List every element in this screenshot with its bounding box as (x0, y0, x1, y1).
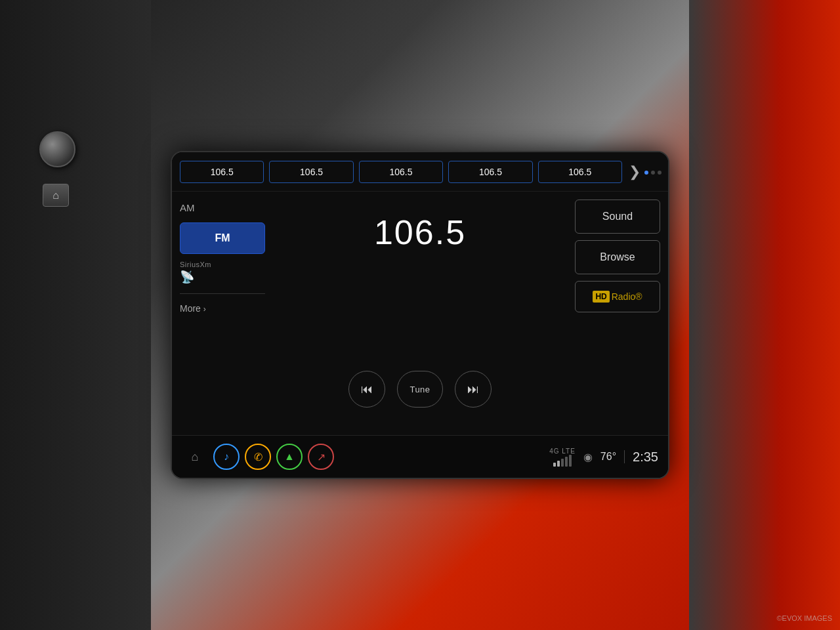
signal-bars (553, 455, 572, 467)
statusbar-music-button[interactable]: ♪ (213, 444, 240, 470)
main-content: AM FM SiriusXm 📡 More › 106.5 ⏮ (172, 192, 668, 435)
playback-controls: ⏮ Tune ⏭ (348, 371, 492, 408)
statusbar-nav-button[interactable]: ▲ (276, 444, 303, 470)
preset-3[interactable]: 106.5 (359, 161, 443, 183)
tune-button[interactable]: Tune (397, 371, 443, 408)
presets-bar: 106.5 106.5 106.5 106.5 106.5 ❯ (172, 152, 668, 192)
lte-indicator: 4G LTE (549, 448, 576, 467)
statusbar-apps-button[interactable]: ↗ (308, 444, 334, 470)
music-icon: ♪ (224, 451, 229, 463)
siriusxm-label[interactable]: SiriusXm (180, 261, 211, 268)
page-dot-1 (644, 171, 648, 175)
page-dot-3 (658, 171, 662, 175)
next-icon: ⏭ (467, 383, 479, 396)
fm-button[interactable]: FM (180, 222, 265, 254)
home-button[interactable]: ⌂ (43, 184, 69, 207)
nav-icon: ▲ (284, 451, 295, 463)
sound-button[interactable]: Sound (575, 200, 660, 234)
status-bar: ⌂ ♪ ✆ ▲ ↗ 4G LTE (172, 435, 668, 478)
frequency-display: 106.5 (374, 213, 466, 252)
page-indicator (644, 169, 663, 175)
source-divider (180, 293, 265, 294)
temperature-display: 76° (600, 451, 616, 463)
signal-bar-4 (565, 457, 568, 467)
statusbar-home-button[interactable]: ⌂ (182, 444, 208, 470)
lte-label: 4G LTE (549, 448, 576, 455)
prev-button[interactable]: ⏮ (348, 371, 385, 408)
hd-radio-button[interactable]: HD Radio® (575, 281, 660, 312)
preset-1[interactable]: 106.5 (180, 161, 264, 183)
am-label[interactable]: AM (180, 200, 265, 216)
status-right: 4G LTE ◉ 76° 2:35 (549, 448, 658, 467)
siriusxm-area: SiriusXm 📡 (180, 261, 265, 284)
preset-2[interactable]: 106.5 (269, 161, 353, 183)
signal-bar-2 (557, 461, 560, 467)
clock-display: 2:35 (633, 450, 658, 465)
hd-box-label: HD (593, 291, 609, 303)
watermark: ©EVOX IMAGES (776, 614, 832, 622)
status-divider (624, 450, 625, 463)
apps-icon: ↗ (317, 451, 326, 463)
more-chevron-icon: › (203, 304, 206, 314)
presets-next-arrow[interactable]: ❯ (625, 163, 644, 180)
statusbar-phone-button[interactable]: ✆ (245, 444, 271, 470)
statusbar-home-icon: ⌂ (192, 450, 199, 464)
siriusxm-signal-icon: 📡 (180, 270, 194, 284)
location-icon: ◉ (583, 451, 593, 463)
prev-icon: ⏮ (361, 383, 373, 396)
page-dot-2 (651, 171, 655, 175)
volume-knob[interactable] (39, 131, 75, 167)
browse-button[interactable]: Browse (575, 240, 660, 274)
signal-bar-5 (569, 455, 572, 467)
signal-bar-3 (561, 459, 564, 467)
signal-bar-1 (553, 463, 556, 467)
next-button[interactable]: ⏭ (455, 371, 492, 408)
source-panel: AM FM SiriusXm 📡 More › (180, 200, 265, 427)
preset-4[interactable]: 106.5 (448, 161, 532, 183)
more-button[interactable]: More › (180, 303, 265, 314)
preset-5[interactable]: 106.5 (538, 161, 622, 183)
infotainment-screen: 106.5 106.5 106.5 106.5 106.5 ❯ AM FM S (171, 151, 669, 479)
phone-icon: ✆ (254, 451, 262, 463)
center-panel: 106.5 ⏮ Tune ⏭ (273, 200, 567, 427)
right-buttons-panel: Sound Browse HD Radio® (575, 200, 660, 427)
hd-radio-text: Radio® (612, 291, 642, 302)
